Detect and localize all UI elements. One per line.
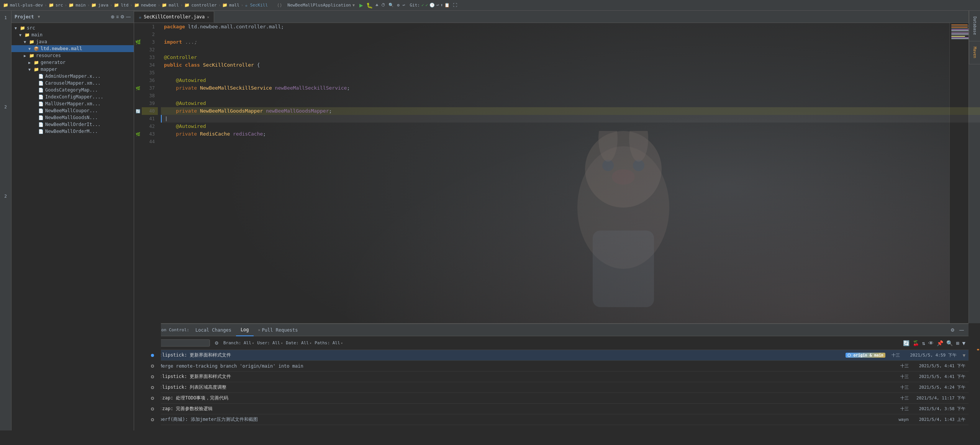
gutter-icon-41 <box>134 115 142 123</box>
keyword: private <box>176 130 197 138</box>
tab-seckillcontroller[interactable]: ☕ SecKillController.java ✕ <box>134 11 214 23</box>
line-num-32: 32 <box>142 46 158 54</box>
coverage-button[interactable]: ☘ <box>376 3 379 8</box>
run-button[interactable]: ▶ <box>359 2 363 9</box>
run-config-label[interactable]: NewBeeMallPlusApplication <box>287 3 351 8</box>
tree-label-generator: generator <box>41 60 66 65</box>
tree-item-file-carouselmapper[interactable]: 📄 CarouselMapper.xm... <box>11 80 134 87</box>
git-push-button[interactable]: ⬆ <box>441 3 443 8</box>
gutter-icon-34 <box>134 61 142 69</box>
gutter-icon-3: 🌿 <box>134 38 142 46</box>
collapse-button[interactable]: ≡ <box>116 14 119 20</box>
git-label: Git: <box>410 3 420 8</box>
tab-close-button[interactable]: ✕ <box>207 15 209 19</box>
search-everywhere-button[interactable]: 🔍 <box>388 3 394 8</box>
gutter-icon-39 <box>134 100 142 107</box>
tree-item-mapper[interactable]: ▼ 📁 mapper <box>11 66 134 73</box>
tree-item-generator[interactable]: ▶ 📁 generator <box>11 59 134 66</box>
tree-item-file-newbeemallorderm[interactable]: 📄 NewBeeMallOrderM... <box>11 128 134 135</box>
tree-label: IndexConfigMapper.... <box>45 94 103 100</box>
profile-button[interactable]: ⏱ <box>381 3 385 8</box>
breadcrumb-item[interactable]: java <box>98 3 108 8</box>
keyword: private <box>176 84 197 92</box>
gutter-icon-43: 🌿 <box>134 130 142 138</box>
project-panel-icon[interactable]: 1 <box>3 14 8 22</box>
folder-icon: 📁 <box>29 53 34 58</box>
undo-button[interactable]: ↩ <box>403 3 405 8</box>
gutter-icon-38 <box>134 92 142 100</box>
tree-item-file-newbeemallcoupon[interactable]: 📄 NewBeeMallCoupor... <box>11 107 134 114</box>
fullscreen-button[interactable]: ⛶ <box>453 3 457 8</box>
breadcrumb-item[interactable]: main <box>75 3 86 8</box>
git-check-button[interactable]: ✓ <box>421 3 424 8</box>
tree-label-package: ltd.newbee.mall <box>41 46 82 51</box>
code-line-33: @Controller <box>161 54 980 61</box>
type-name: RedisCache <box>200 130 230 138</box>
sync-button[interactable]: ⊕ <box>111 14 115 20</box>
xml-icon: 📄 <box>38 122 44 127</box>
git-check2-button[interactable]: ✓ <box>426 3 428 8</box>
breadcrumb-sep: › <box>158 3 161 8</box>
tree-item-file-mallusermapper[interactable]: 📄 MallUserMapper.xm... <box>11 100 134 107</box>
git-fetch-button[interactable]: 📋 <box>444 3 450 8</box>
breadcrumb-item[interactable]: src <box>56 3 63 8</box>
tree-item-file-indexconfigmapper[interactable]: 📄 IndexConfigMapper.... <box>11 93 134 100</box>
space <box>197 130 200 138</box>
tree-item-file-adminusermapper[interactable]: 📄 AdminUserMapper.x... <box>11 73 134 80</box>
tree-item-file-newbeemallorderit[interactable]: 📄 NewBeeMallOrderIt... <box>11 121 134 128</box>
commit-dot <box>151 354 154 357</box>
tree-arrow: ▼ <box>28 67 33 72</box>
breadcrumb-item-active[interactable]: ☕ SecKill <box>245 3 268 8</box>
settings-panel-button[interactable]: ⚙ <box>120 14 125 20</box>
tree-label-java: java <box>36 39 47 44</box>
tree-item-resources[interactable]: ▶ 📁 resources <box>11 52 134 59</box>
breadcrumb-item[interactable]: mall <box>169 3 179 8</box>
code-text <box>200 61 203 69</box>
indent <box>164 84 176 92</box>
tree-label: AdminUserMapper.x... <box>45 74 101 79</box>
tree-item-package[interactable]: ▼ 📦 ltd.newbee.mall <box>11 45 134 52</box>
tree-label: NewBeeMallOrderIt... <box>45 122 101 127</box>
left-sidebar-icons: 1 2 2 <box>0 11 11 430</box>
tree-item-main[interactable]: ▼ 📁 main <box>11 31 134 38</box>
tree-item-java[interactable]: ▼ 📁 java <box>11 38 134 45</box>
git-history-button[interactable]: 🕒 <box>429 3 435 8</box>
tree-item-file-goodscategorymap[interactable]: 📄 GoodsCategoryMap... <box>11 87 134 93</box>
space <box>182 61 185 69</box>
project-panel-header: Project ▼ ⊕ ≡ ⚙ — <box>11 11 134 23</box>
code-editor[interactable]: 🌿 🌿 🔄 🌿 1 <box>134 23 980 430</box>
structure-panel-icon[interactable]: 2 <box>3 103 8 111</box>
code-line-1: package ltd.newbee.mall.controller.mall; <box>161 23 980 31</box>
commit-dot <box>151 375 154 378</box>
breadcrumb-item[interactable]: mall-plus-dev <box>10 3 43 8</box>
tree-label-mapper: mapper <box>41 67 57 72</box>
gutter-icon-40: 🔄 <box>134 107 142 115</box>
code-content[interactable]: 🌿 🌿 🔄 🌿 1 <box>134 23 980 430</box>
code-text: ; <box>329 107 332 115</box>
breadcrumb-sep: › <box>87 3 90 8</box>
breadcrumb-item[interactable]: ltd <box>121 3 128 8</box>
tree-item-src[interactable]: ▼ 📁 src <box>11 25 134 31</box>
tree-item-file-newbeemallgoodsn[interactable]: 📄 NewBeeMallGoodsN... <box>11 114 134 121</box>
xml-icon: 📄 <box>38 129 44 134</box>
xml-icon: 📄 <box>38 88 44 93</box>
xml-icon: 📄 <box>38 101 44 106</box>
tree-label: CarouselMapper.xm... <box>45 80 101 86</box>
breadcrumb-item[interactable]: controller <box>191 3 216 8</box>
space <box>197 107 200 115</box>
minimize-button[interactable]: — <box>126 14 131 20</box>
annotation: @Autowired <box>176 100 206 107</box>
indent <box>164 123 176 130</box>
debug-button[interactable]: 🐛 <box>366 2 373 8</box>
code-lines[interactable]: package ltd.newbee.mall.controller.mall;… <box>161 23 980 430</box>
code-line-34: public class SecKillController { <box>161 61 980 69</box>
xml-icon: 📄 <box>38 81 44 86</box>
space <box>263 107 266 115</box>
project-dropdown-arrow[interactable]: ▼ <box>38 15 40 19</box>
settings-button[interactable]: ⚙ <box>397 3 400 8</box>
git-rollback-button[interactable]: ↩ <box>436 3 439 8</box>
breadcrumb-item[interactable]: newbee <box>141 3 156 8</box>
breadcrumb-item[interactable]: mall <box>229 3 239 8</box>
line-num-39: 39 <box>142 100 158 107</box>
favorites-icon[interactable]: 2 <box>3 192 8 200</box>
